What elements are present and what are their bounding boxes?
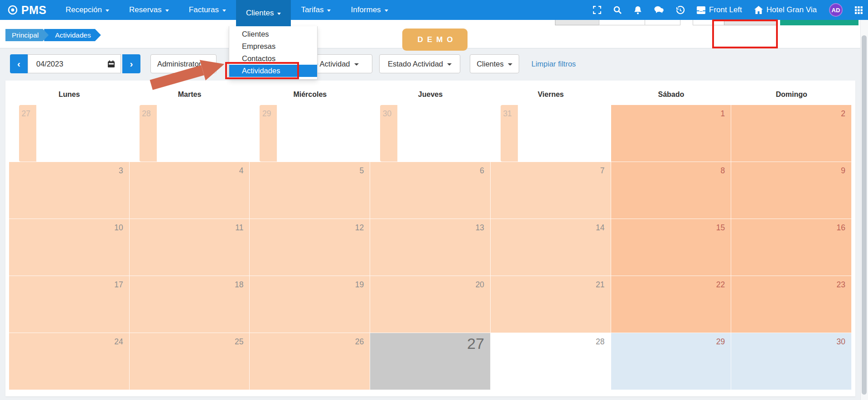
day-number: 16	[837, 223, 845, 233]
calendar-cell-25-wd[interactable]: 25	[130, 333, 250, 390]
history-icon[interactable]	[676, 6, 685, 14]
calendar-cell-10-wd[interactable]: 10	[9, 219, 130, 276]
day-number: 27	[22, 109, 30, 119]
calendar-cell-2-we[interactable]: 2	[731, 105, 852, 162]
day-number: 30	[837, 337, 845, 347]
day-number: 8	[721, 166, 725, 176]
menu-item-clientes[interactable]: Clientes	[229, 28, 317, 40]
calendar-cell-21-wd[interactable]: 21	[491, 276, 611, 333]
calendar-cell-15-we[interactable]: 15	[611, 219, 732, 276]
chevron-down-icon	[508, 63, 512, 66]
pms-logo-icon	[7, 5, 18, 15]
calendar-cell-24-wd[interactable]: 24	[9, 333, 130, 390]
day-number: 10	[114, 223, 123, 233]
day-number: 29	[262, 109, 271, 119]
calendar-cell-19-wd[interactable]: 19	[250, 276, 370, 333]
day-number: 1	[721, 109, 725, 119]
clients-filter-dropdown[interactable]: Clientes	[470, 54, 519, 73]
calendar-cell-30-blue[interactable]: 30	[731, 333, 852, 390]
nav-menu: RecepciónReservasFacturasClientesTarifas…	[56, 0, 398, 20]
calendar-cell-14-wd[interactable]: 14	[491, 219, 611, 276]
chevron-down-icon	[447, 63, 452, 66]
menu-item-actividades[interactable]: Actividades	[229, 65, 317, 77]
vertical-scrollbar[interactable]	[860, 20, 868, 400]
calendar-cell-27-prev[interactable]: 27	[19, 105, 37, 162]
day-number: 9	[841, 166, 845, 176]
chevron-down-icon	[327, 10, 331, 12]
nav-item-facturas[interactable]: Facturas	[179, 0, 236, 20]
calendar-icon[interactable]	[107, 60, 115, 70]
day-number: 31	[503, 109, 511, 119]
calendar-cell-9-we[interactable]: 9	[731, 162, 852, 219]
breadcrumb-item-principal[interactable]: Principal	[5, 29, 48, 41]
avatar-initials: AD	[832, 7, 840, 14]
nav-item-clientes[interactable]: Clientes	[236, 0, 291, 26]
app-logo-text: PMS	[21, 4, 47, 17]
chevron-right-icon: ›	[130, 58, 133, 69]
clients-filter-label: Clientes	[477, 60, 504, 68]
calendar-cell-31-prev[interactable]: 31	[501, 105, 518, 162]
chat-icon[interactable]	[654, 6, 664, 14]
menu-item-contactos[interactable]: Contactos	[229, 52, 317, 65]
calendar-cell-26-wd[interactable]: 26	[250, 333, 370, 390]
front-office-selector[interactable]: Front Left	[697, 5, 742, 14]
nav-item-label: Facturas	[189, 5, 219, 14]
hotel-selector[interactable]: Hotel Gran Via	[754, 5, 817, 14]
search-icon[interactable]	[613, 6, 622, 14]
calendar-cell-6-wd[interactable]: 6	[370, 162, 491, 219]
calendar-cell-28-prev[interactable]: 28	[140, 105, 157, 162]
calendar-cell-18-wd[interactable]: 18	[130, 276, 250, 333]
nav-item-recepcio-n[interactable]: Recepción	[56, 0, 119, 20]
nav-item-reservas[interactable]: Reservas	[119, 0, 179, 20]
calendar-cell-16-we[interactable]: 16	[731, 219, 852, 276]
nav-item-informes[interactable]: Informes	[341, 0, 398, 20]
day-number: 14	[596, 223, 604, 233]
app-logo[interactable]: PMS	[0, 0, 56, 20]
calendar-cell-17-wd[interactable]: 17	[9, 276, 130, 333]
menu-item-empresas[interactable]: Empresas	[229, 40, 317, 52]
prev-month-button[interactable]: ‹	[10, 54, 28, 73]
day-number: 30	[383, 109, 391, 119]
day-number: 6	[480, 166, 484, 176]
calendar-cell-29-prev[interactable]: 29	[260, 105, 277, 162]
bell-icon[interactable]	[634, 6, 642, 14]
user-avatar[interactable]: AD	[829, 3, 843, 17]
calendar-cell-8-we[interactable]: 8	[611, 162, 732, 219]
calendar-cell-30-prev[interactable]: 30	[380, 105, 398, 162]
day-number: 3	[119, 166, 123, 176]
day-number: 24	[114, 337, 123, 347]
clear-filters-link[interactable]: Limpiar filtros	[531, 54, 576, 73]
user-filter-dropdown[interactable]: Administrator	[150, 54, 217, 73]
next-month-button[interactable]: ›	[122, 54, 140, 73]
calendar-cell-3-wd[interactable]: 3	[9, 162, 130, 219]
breadcrumb-item-actividades[interactable]: Actividades	[44, 29, 101, 41]
day-number: 12	[355, 223, 364, 233]
apps-grid-icon[interactable]	[855, 6, 863, 14]
chevron-down-icon	[205, 63, 210, 66]
calendar-cell-23-we[interactable]: 23	[731, 276, 852, 333]
demo-badge: DEMO	[402, 29, 468, 51]
calendar-cell-1-we[interactable]: 1	[611, 105, 732, 162]
day-header-martes: Martes	[130, 90, 250, 105]
activity-state-filter-dropdown[interactable]: Estado Actividad	[379, 54, 460, 73]
calendar-cell-13-wd[interactable]: 13	[370, 219, 491, 276]
calendar-cell-11-wd[interactable]: 11	[130, 219, 250, 276]
calendar-cell-29-blue[interactable]: 29	[611, 333, 732, 390]
calendar-cell-22-we[interactable]: 22	[611, 276, 732, 333]
fullscreen-icon[interactable]	[593, 6, 601, 14]
calendar-cell-5-wd[interactable]: 5	[250, 162, 370, 219]
calendar-cell-28-plain[interactable]: 28	[491, 333, 611, 390]
calendar-cell-4-wd[interactable]: 4	[130, 162, 250, 219]
inbox-icon	[697, 6, 705, 14]
calendar-cell-27-today[interactable]: 27	[370, 333, 491, 390]
nav-item-tarifas[interactable]: Tarifas	[291, 0, 341, 20]
nav-item-label: Recepción	[66, 5, 102, 14]
scrollbar-thumb[interactable]	[862, 35, 867, 395]
calendar-cell-20-wd[interactable]: 20	[370, 276, 491, 333]
month-input[interactable]	[28, 60, 92, 68]
month-picker	[28, 54, 121, 73]
calendar-cell-12-wd[interactable]: 12	[250, 219, 370, 276]
day-number: 15	[716, 223, 725, 233]
day-number: 25	[235, 337, 243, 347]
calendar-cell-7-wd[interactable]: 7	[491, 162, 611, 219]
